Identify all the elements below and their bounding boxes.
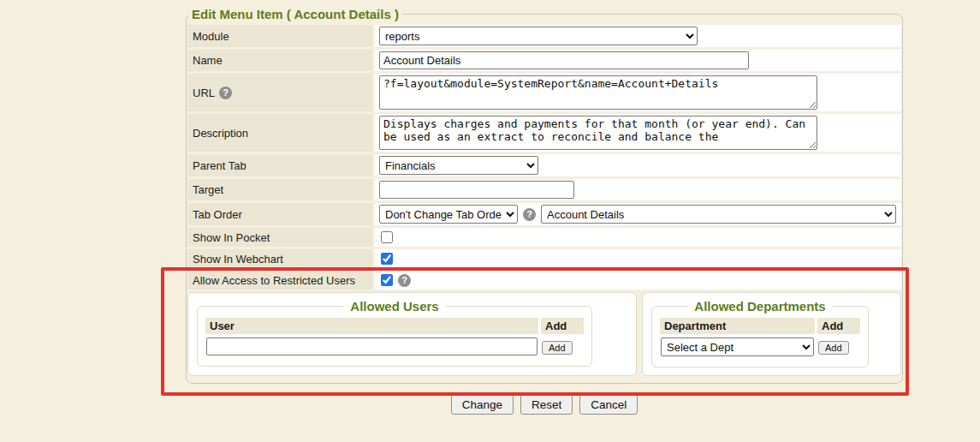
help-icon[interactable]: ? (523, 208, 536, 221)
add-department-button[interactable]: Add (818, 341, 849, 355)
allowed-users-table: User Add Add (203, 315, 586, 359)
module-label: Module (187, 25, 372, 47)
allow-restricted-label: Allow Access to Restricted Users (187, 271, 372, 290)
allowed-departments-fieldset: Allowed Departments Department Add Selec… (651, 299, 869, 367)
help-icon[interactable]: ? (398, 274, 411, 287)
user-column-header: User (205, 318, 538, 334)
tab-order-label: Tab Order (187, 203, 372, 225)
allowed-departments-table: Department Add Select a Dept (657, 315, 863, 360)
add-column-header: Add (817, 318, 860, 334)
allowed-users-header-row: User Add (205, 318, 584, 334)
name-label: Name (187, 50, 372, 71)
tab-order-row: Tab Order Don't Change Tab Order ? Accou… (187, 203, 901, 225)
show-in-webchart-label: Show In Webchart (187, 249, 372, 268)
department-column-header: Department (660, 318, 815, 334)
allowed-users-fieldset: Allowed Users User Add (197, 299, 592, 367)
show-in-pocket-label: Show In Pocket (187, 228, 372, 247)
parent-tab-label: Parent Tab (187, 154, 372, 176)
allowed-departments-title: Allowed Departments (687, 299, 832, 314)
show-in-webchart-checkbox[interactable] (381, 253, 393, 265)
allowed-section-row: Allowed Users User Add (187, 292, 901, 376)
show-in-pocket-row: Show In Pocket (187, 228, 901, 247)
form-rows: Module reports Name URL ? (187, 25, 901, 376)
reset-button[interactable]: Reset (520, 394, 573, 415)
parent-tab-row: Parent Tab Financials (187, 154, 901, 176)
allowed-users-input-row: Add (205, 337, 584, 356)
url-textarea[interactable]: ?f=layout&module=SystemReport&name=Accou… (379, 75, 817, 110)
help-icon[interactable]: ? (219, 87, 232, 99)
url-row: URL ? ?f=layout&module=SystemReport&name… (187, 74, 901, 111)
target-label: Target (187, 179, 372, 200)
cancel-button[interactable]: Cancel (579, 394, 638, 415)
target-row: Target (187, 179, 901, 200)
target-input[interactable] (379, 181, 574, 199)
allowed-users-title: Allowed Users (343, 299, 445, 314)
allow-restricted-checkbox[interactable] (381, 274, 393, 286)
url-label: URL (193, 87, 215, 99)
allowed-departments-panel: Allowed Departments Department Add Selec… (642, 292, 901, 376)
allow-restricted-row: Allow Access to Restricted Users ? (187, 271, 901, 290)
module-select[interactable]: reports (379, 27, 698, 45)
user-input[interactable] (206, 337, 538, 355)
description-label: Description (187, 114, 372, 152)
add-user-button[interactable]: Add (542, 341, 573, 355)
change-button[interactable]: Change (451, 394, 514, 415)
form-buttons: Change Reset Cancel (186, 394, 903, 415)
edit-menu-item-fieldset: Edit Menu Item ( Account Details ) Modul… (186, 7, 903, 384)
name-row: Name (187, 50, 901, 71)
allowed-departments-header-row: Department Add (660, 318, 860, 334)
name-input[interactable] (379, 51, 749, 69)
parent-tab-select[interactable]: Financials (379, 156, 538, 175)
description-row: Description Displays charges and payment… (187, 114, 901, 152)
show-in-webchart-row: Show In Webchart (187, 249, 901, 268)
description-textarea[interactable]: Displays charges and payments for that m… (379, 116, 817, 150)
tab-position-select[interactable]: Account Details (541, 205, 896, 224)
allowed-users-panel: Allowed Users User Add (187, 292, 637, 376)
form-title: Edit Menu Item ( Account Details ) (188, 7, 402, 21)
edit-menu-item-form: Edit Menu Item ( Account Details ) Modul… (186, 7, 903, 415)
module-row: Module reports (187, 25, 901, 47)
allowed-departments-input-row: Select a Dept Add (660, 337, 860, 357)
show-in-pocket-checkbox[interactable] (381, 231, 393, 243)
add-column-header: Add (541, 318, 584, 334)
department-select[interactable]: Select a Dept (661, 337, 814, 356)
tab-order-select[interactable]: Don't Change Tab Order (379, 205, 518, 224)
